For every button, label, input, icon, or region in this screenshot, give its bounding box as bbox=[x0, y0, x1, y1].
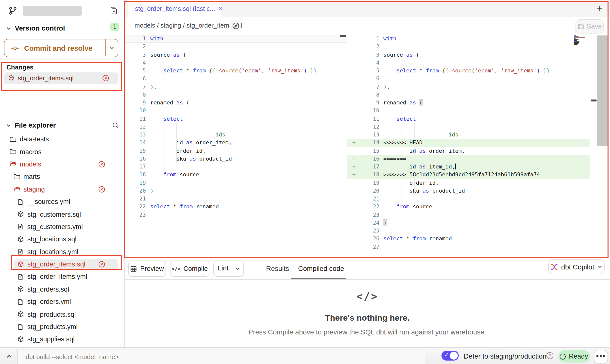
file-item-stg-products-yml[interactable]: stg_products.yml bbox=[0, 321, 124, 333]
code-line[interactable]: 10 bbox=[125, 107, 347, 115]
minimap[interactable] bbox=[574, 35, 591, 50]
code-line[interactable]: +17 id as item_id, bbox=[347, 163, 590, 171]
code-line[interactable]: 24) bbox=[347, 219, 590, 227]
code-line[interactable]: 11 select bbox=[347, 115, 590, 123]
editor-pane-left[interactable]: 1with23source as (45 select * from {{ so… bbox=[125, 34, 347, 258]
tab-results[interactable]: Results bbox=[266, 265, 289, 272]
code-line[interactable]: 27 bbox=[347, 243, 590, 251]
code-line[interactable]: 3source as ( bbox=[347, 51, 590, 59]
lint-button[interactable]: Lint bbox=[213, 261, 244, 277]
code-line[interactable]: 2 bbox=[125, 43, 347, 51]
file-item-marts[interactable]: marts bbox=[0, 170, 124, 183]
code-line[interactable]: 1with bbox=[347, 35, 590, 43]
code-line[interactable]: 19 bbox=[125, 179, 347, 187]
commit-and-resolve-button[interactable]: Commit and resolve bbox=[4, 39, 118, 57]
code-line[interactable]: 22select * from renamed bbox=[125, 203, 347, 211]
code-line[interactable]: 21 bbox=[125, 195, 347, 203]
code-line[interactable]: 20 sku as product_id bbox=[347, 187, 590, 195]
file-item-data-tests[interactable]: data-tests bbox=[0, 133, 124, 146]
file-item-macros[interactable]: macros bbox=[0, 146, 124, 158]
code-line[interactable]: 13 ---------- ids bbox=[125, 131, 347, 139]
code-line[interactable]: 4 bbox=[347, 59, 590, 67]
save-button[interactable]: Save bbox=[576, 19, 604, 33]
code-line[interactable]: 19 order_id, bbox=[347, 179, 590, 187]
file-item-stg-customers-yml[interactable]: stg_customers.yml bbox=[0, 220, 124, 233]
file-item-staging[interactable]: staging bbox=[0, 183, 124, 196]
file-item--sources-yml[interactable]: __sources.yml bbox=[0, 196, 124, 208]
code-line[interactable]: 10 bbox=[347, 107, 590, 115]
file-item-stg-products-sql[interactable]: stg_products.sql bbox=[0, 308, 124, 321]
code-line[interactable]: 1with bbox=[125, 35, 347, 43]
commit-dropdown-button[interactable] bbox=[106, 39, 118, 56]
dbt-copilot-button[interactable]: dbt Copilot bbox=[548, 259, 605, 274]
discard-change-icon[interactable] bbox=[98, 186, 105, 193]
code-line[interactable]: 17 bbox=[125, 163, 347, 171]
code-line[interactable]: 9renamed as ( bbox=[347, 99, 590, 107]
file-item-stg-orders-yml[interactable]: stg_orders.yml bbox=[0, 296, 124, 308]
code-line[interactable]: 25 bbox=[347, 227, 590, 235]
code-line[interactable]: 11 select bbox=[125, 115, 347, 123]
code-line[interactable]: +18>>>>>>> 58c1dd23d5eebd9cd2495fa7124ab… bbox=[347, 171, 590, 179]
right-pane-scrollbar-thumb[interactable] bbox=[591, 99, 597, 101]
code-line[interactable]: 15 order_id, bbox=[125, 147, 347, 155]
code-line[interactable]: 15 id as order_item, bbox=[347, 147, 590, 155]
code-line[interactable]: 5 select * from {{ source('ecom', 'raw_i… bbox=[347, 67, 590, 75]
editor-pane-right[interactable]: 1with23source as (45 select * from {{ so… bbox=[347, 34, 590, 258]
discard-change-icon[interactable] bbox=[102, 74, 109, 82]
compile-button[interactable]: </> Compile bbox=[170, 261, 209, 277]
file-item-models[interactable]: models bbox=[0, 158, 124, 171]
new-tab-button[interactable]: + bbox=[594, 2, 606, 14]
search-icon[interactable] bbox=[112, 122, 119, 129]
file-item-stg-orders-sql[interactable]: stg_orders.sql bbox=[0, 283, 124, 296]
code-line[interactable]: +16======= bbox=[347, 155, 590, 163]
version-control-chevron-icon[interactable] bbox=[6, 26, 11, 31]
code-line[interactable]: 21 bbox=[347, 195, 590, 203]
file-item-stg-order-items-sql[interactable]: stg_order_items.sql bbox=[0, 258, 124, 271]
outer-scrollbar-thumb[interactable] bbox=[597, 35, 608, 146]
file-item-stg-order-items-yml[interactable]: stg_order_items.yml bbox=[0, 271, 124, 283]
more-options-button[interactable]: ••• bbox=[594, 350, 608, 364]
code-line[interactable]: 13 ---------- ids bbox=[347, 131, 590, 139]
lint-dropdown-button[interactable] bbox=[231, 261, 244, 276]
code-line[interactable]: 6 bbox=[125, 75, 347, 83]
code-line[interactable]: 5 select * from {{ source('ecom', 'raw_i… bbox=[125, 67, 347, 75]
file-item-stg-locations-sql[interactable]: stg_locations.sql bbox=[0, 233, 124, 246]
code-line[interactable]: 2 bbox=[347, 43, 590, 51]
tab-compiled-code[interactable]: Compiled code bbox=[298, 265, 344, 272]
chevron-up-icon[interactable] bbox=[6, 353, 12, 360]
lineage-compass-button[interactable] bbox=[230, 20, 241, 31]
code-line[interactable]: +14<<<<<<< HEAD bbox=[347, 139, 590, 147]
code-line[interactable]: 16 sku as product_id bbox=[125, 155, 347, 163]
file-explorer-chevron-icon[interactable] bbox=[6, 123, 11, 128]
code-line[interactable]: 7), bbox=[125, 83, 347, 91]
code-line[interactable]: 18 from source bbox=[125, 171, 347, 179]
file-item-stg-supplies-sql[interactable]: stg_supplies.sql bbox=[0, 333, 124, 346]
code-line[interactable]: 7), bbox=[347, 83, 590, 91]
file-item-stg-customers-sql[interactable]: stg_customers.sql bbox=[0, 208, 124, 221]
code-line[interactable]: 3source as ( bbox=[125, 51, 347, 59]
editor-tab-active[interactable]: stg_order_items.sql (last c... ✕ bbox=[128, 0, 221, 17]
copy-icon[interactable] bbox=[109, 6, 118, 15]
defer-toggle[interactable]: ✓ bbox=[441, 351, 459, 361]
command-input[interactable]: dbt build --select <model_name> bbox=[18, 350, 425, 364]
file-item-stg-locations-yml[interactable]: stg_locations.yml bbox=[0, 246, 124, 258]
code-line[interactable]: 20) bbox=[125, 187, 347, 195]
code-line[interactable]: 8 bbox=[125, 91, 347, 99]
preview-button[interactable]: Preview bbox=[128, 261, 166, 277]
code-line[interactable]: 6 bbox=[347, 75, 590, 83]
changed-file-item[interactable]: stg_order_items.sql bbox=[4, 72, 118, 84]
code-line[interactable]: 23 bbox=[125, 211, 347, 219]
code-line[interactable]: 12 bbox=[125, 123, 347, 131]
code-line[interactable]: 14 id as order_item, bbox=[125, 139, 347, 147]
code-line[interactable]: 4 bbox=[125, 59, 347, 67]
code-line[interactable]: 22 from source bbox=[347, 203, 590, 211]
code-line[interactable]: 23 bbox=[347, 211, 590, 219]
help-icon[interactable]: ? bbox=[546, 352, 553, 359]
code-line[interactable]: 9renamed as ( bbox=[125, 99, 347, 107]
left-pane-scrollbar-thumb[interactable] bbox=[340, 35, 346, 37]
code-line[interactable]: 26select * from renamed bbox=[347, 235, 590, 243]
discard-change-icon[interactable] bbox=[98, 161, 105, 168]
code-line[interactable]: 8 bbox=[347, 91, 590, 99]
git-branch-icon[interactable] bbox=[8, 6, 17, 15]
code-line[interactable]: 12 bbox=[347, 123, 590, 131]
